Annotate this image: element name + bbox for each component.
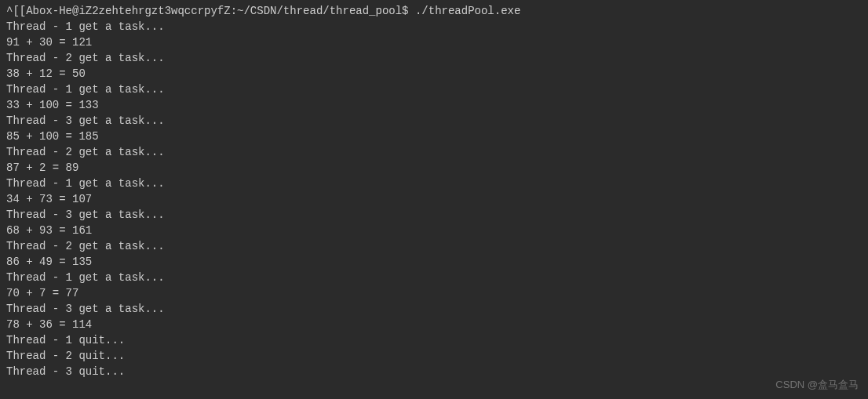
output-line: Thread - 1 get a task... xyxy=(6,19,862,34)
prompt-path: ~/CSDN/thread/thread_pool xyxy=(237,5,402,17)
output-line: Thread - 2 get a task... xyxy=(6,50,862,66)
output-line: 87 + 2 = 89 xyxy=(6,160,862,176)
output-line: Thread - 1 get a task... xyxy=(6,176,862,191)
output-line: 85 + 100 = 185 xyxy=(6,129,862,144)
prompt-separator: $ xyxy=(402,5,408,17)
output-line: Thread - 3 get a task... xyxy=(6,207,862,223)
output-line: 86 + 49 = 135 xyxy=(6,254,862,270)
output-line: 78 + 36 = 114 xyxy=(6,317,862,332)
prompt-user-host: box-He@iZ2zehtehrgzt3wqccrpyfZ xyxy=(33,5,231,17)
output-line: 34 + 73 = 107 xyxy=(6,191,862,207)
output-line: Thread - 1 get a task... xyxy=(6,270,862,285)
output-line: 91 + 30 = 121 xyxy=(6,34,862,50)
watermark-text: CSDN @盒马盒马 xyxy=(775,377,859,393)
prompt-line: ^[[Abox-He@iZ2zehtehrgzt3wqccrpyfZ:~/CSD… xyxy=(6,3,862,19)
output-line: 68 + 93 = 161 xyxy=(6,223,862,238)
output-line: 70 + 7 = 77 xyxy=(6,285,862,301)
output-line: Thread - 2 get a task... xyxy=(6,144,862,160)
output-line: Thread - 1 quit... xyxy=(6,332,862,348)
output-line: Thread - 1 get a task... xyxy=(6,82,862,97)
output-line: 33 + 100 = 133 xyxy=(6,97,862,113)
output-line: Thread - 2 quit... xyxy=(6,348,862,364)
command-text[interactable]: ./threadPool.exe xyxy=(415,5,520,17)
output-line: 38 + 12 = 50 xyxy=(6,66,862,82)
output-line: Thread - 3 quit... xyxy=(6,364,862,379)
output-line: Thread - 3 get a task... xyxy=(6,113,862,129)
prompt-prefix: ^[[A xyxy=(6,5,33,17)
output-line: Thread - 3 get a task... xyxy=(6,301,862,317)
output-line: Thread - 2 get a task... xyxy=(6,238,862,254)
